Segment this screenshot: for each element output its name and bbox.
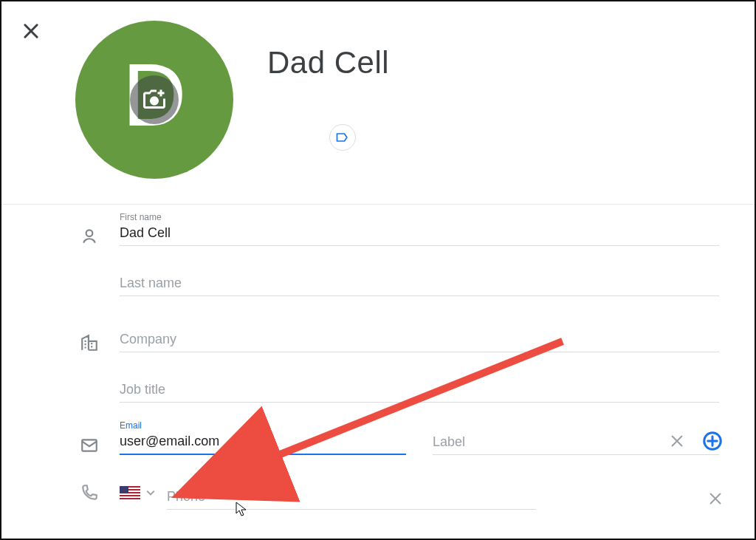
- svg-rect-5: [120, 493, 140, 495]
- us-flag-icon: [120, 486, 140, 499]
- camera-overlay: [130, 75, 179, 124]
- contact-edit-dialog: D Dad Cell First name: [0, 0, 756, 540]
- contact-form: First name: [1, 212, 755, 510]
- company-icon: [80, 333, 120, 352]
- person-icon: [80, 227, 120, 246]
- last-name-input[interactable]: [120, 270, 719, 296]
- camera-add-icon: [141, 86, 168, 113]
- close-icon: [669, 433, 685, 449]
- email-label: Email: [120, 420, 142, 431]
- chevron-down-icon: [146, 490, 155, 496]
- header-divider: [1, 204, 755, 205]
- contact-header: D Dad Cell: [1, 1, 755, 179]
- close-icon: [21, 21, 41, 41]
- manage-labels-button[interactable]: [329, 124, 356, 151]
- add-email-button[interactable]: [701, 430, 724, 452]
- avatar-picker[interactable]: D: [75, 21, 233, 179]
- clear-phone-button[interactable]: [707, 491, 724, 507]
- svg-rect-7: [120, 486, 128, 493]
- svg-rect-6: [120, 496, 140, 498]
- email-icon: [80, 436, 120, 455]
- job-title-input[interactable]: [120, 376, 719, 403]
- email-input[interactable]: [120, 428, 406, 455]
- phone-icon: [80, 483, 120, 502]
- phone-input[interactable]: [167, 483, 536, 510]
- first-name-label: First name: [120, 212, 162, 222]
- label-icon: [335, 130, 350, 145]
- country-code-select[interactable]: [120, 486, 155, 499]
- first-name-input[interactable]: [120, 219, 719, 246]
- company-input[interactable]: [120, 326, 719, 352]
- plus-circle-icon: [701, 430, 724, 452]
- contact-title: Dad Cell: [267, 45, 389, 81]
- close-icon: [707, 491, 724, 507]
- clear-email-button[interactable]: [669, 433, 685, 449]
- close-button[interactable]: [21, 21, 41, 41]
